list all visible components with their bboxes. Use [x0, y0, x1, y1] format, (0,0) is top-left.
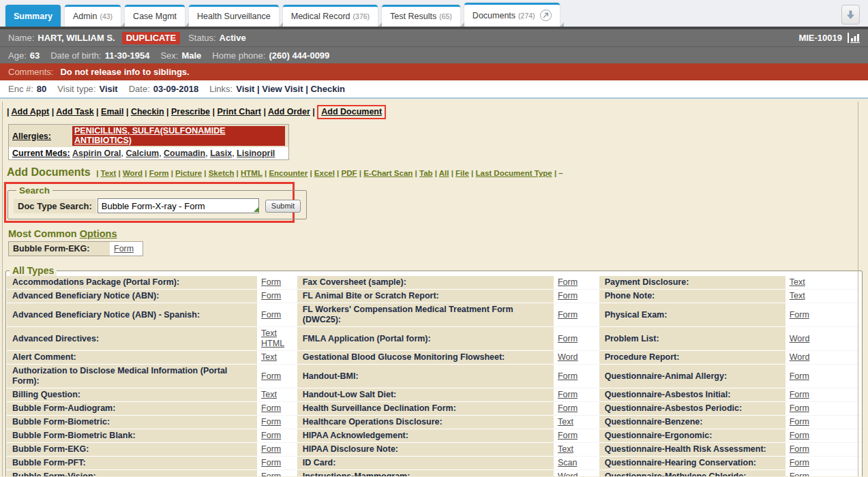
doc-type-link[interactable]: Form — [261, 291, 281, 301]
doc-format-link[interactable]: All — [439, 169, 449, 177]
med-link[interactable]: Coumadin — [164, 149, 205, 158]
doc-type-link[interactable]: Form — [558, 390, 578, 399]
doc-type-link[interactable]: Form — [261, 277, 281, 287]
quick-action-link[interactable]: Add Order — [268, 107, 310, 117]
tab-admin[interactable]: Admin(43) — [65, 5, 121, 27]
doc-type-link[interactable]: Scan — [558, 458, 578, 467]
doc-format-links: | Text | Word | Form | Picture | Sketch … — [96, 169, 563, 177]
allergy-value-link[interactable]: PENICILLINS, SULFA(SULFONAMIDE ANTIBIOTI… — [72, 126, 285, 146]
doc-format-link[interactable]: Sketch — [209, 169, 235, 177]
submit-button[interactable]: Submit — [265, 200, 301, 213]
med-link[interactable]: Lisinopril — [237, 149, 275, 158]
most-common-doc-link[interactable]: Form — [114, 244, 134, 253]
doc-format-link[interactable]: Word — [123, 169, 143, 177]
doc-type-link[interactable]: Text — [558, 417, 573, 427]
quick-action-link[interactable]: Print Chart — [217, 107, 261, 117]
doc-type-link[interactable]: Form — [790, 472, 809, 476]
doc-format-link[interactable]: File — [455, 169, 469, 177]
doc-format-link[interactable]: Picture — [175, 169, 202, 177]
doc-type-label: HIPAA Acknowledgement: — [297, 429, 554, 443]
doc-format-link[interactable]: Encounter — [269, 169, 308, 177]
tab-medical-record[interactable]: Medical Record(376) — [283, 5, 378, 27]
tab-health-surveillance[interactable]: Health Surveillance — [189, 5, 279, 27]
doc-type-link[interactable]: Form — [261, 403, 281, 413]
separator: | — [164, 107, 171, 117]
doc-type-link[interactable]: Text — [261, 390, 277, 399]
bar-chart-icon[interactable] — [848, 33, 860, 43]
doc-type-link[interactable]: Form — [790, 458, 809, 467]
doc-type-link[interactable]: Form — [790, 310, 809, 320]
doc-format-link[interactable]: Excel — [314, 169, 335, 177]
doc-type-link[interactable]: Form — [790, 417, 809, 427]
doc-type-link[interactable]: Form — [558, 371, 578, 381]
doc-format-link[interactable]: PDF — [342, 169, 357, 177]
frame-border-left — [2, 102, 3, 476]
med-link[interactable]: Lasix — [210, 149, 232, 158]
allergies-link[interactable]: Allergies: — [12, 132, 51, 141]
doc-type-link[interactable]: Word — [558, 472, 578, 476]
doc-type-link[interactable]: Word — [558, 352, 578, 362]
tab-test-results[interactable]: Test Results(65) — [382, 5, 460, 27]
doc-type-link[interactable]: Text — [790, 291, 805, 301]
tab-summary[interactable]: Summary — [5, 5, 61, 27]
doc-type-link[interactable]: Word — [790, 334, 810, 343]
doc-type-label: Questionnaire-Benzene: — [599, 416, 785, 429]
doc-type-link[interactable]: Form — [558, 291, 578, 301]
current-meds-link[interactable]: Current Meds: — [12, 149, 70, 158]
allergies-row: Allergies: PENICILLINS, SULFA(SULFONAMID… — [9, 125, 288, 147]
doc-format-link[interactable]: Text — [101, 169, 117, 177]
doc-type-link-cell: Form — [554, 327, 599, 351]
doc-type-link[interactable]: Form — [790, 431, 809, 440]
doc-type-search-input[interactable] — [98, 198, 259, 213]
doc-format-link[interactable]: Last Document Type — [475, 169, 552, 177]
doc-type-link[interactable]: Form — [558, 431, 578, 440]
doc-type-link[interactable]: Form — [261, 472, 281, 476]
separator: | — [210, 107, 217, 117]
doc-type-link[interactable]: Form — [790, 390, 809, 399]
doc-type-link[interactable]: Form — [261, 458, 281, 467]
doc-type-link[interactable]: Form — [558, 277, 578, 287]
doc-type-link[interactable]: Form — [790, 371, 809, 381]
doc-type-link[interactable]: Form — [558, 310, 578, 320]
external-link-icon[interactable] — [540, 10, 552, 21]
doc-type-link[interactable]: Form — [790, 444, 809, 454]
enc-link[interactable]: Checkin — [310, 84, 345, 94]
doc-type-link[interactable]: Text — [558, 444, 573, 454]
doc-type-link[interactable]: Text — [261, 352, 277, 362]
doc-type-link-cell: Form — [257, 470, 297, 477]
doc-type-link[interactable]: Form — [558, 403, 578, 413]
doc-type-link[interactable]: Form — [261, 417, 281, 427]
enc-link[interactable]: Visit — [236, 84, 254, 94]
doc-type-link[interactable]: Form — [790, 403, 809, 413]
quick-action-link[interactable]: Add Appt — [12, 107, 50, 117]
doc-type-link[interactable]: Word — [790, 352, 810, 362]
collapse-section-link[interactable]: – — [558, 169, 563, 177]
scroll-down-button[interactable] — [841, 5, 860, 25]
doc-type-link[interactable]: Form — [261, 431, 281, 440]
doc-format-link[interactable]: Tab — [419, 169, 433, 177]
med-link[interactable]: Calcium — [126, 149, 160, 158]
doc-type-link[interactable]: Form — [261, 444, 281, 454]
doc-type-label: Bubble Form-Biometric Blank: — [7, 429, 257, 443]
doc-type-link[interactable]: Form — [261, 371, 281, 381]
enc-links-label: Links: — [209, 84, 233, 94]
med-link[interactable]: Aspirin Oral — [72, 149, 121, 158]
quick-action-link[interactable]: Add Task — [56, 107, 93, 117]
patient-dob: 11-30-1954 — [105, 50, 150, 61]
doc-type-link[interactable]: Form — [558, 334, 578, 343]
quick-action-link[interactable]: Email — [101, 107, 123, 117]
doc-format-link[interactable]: Form — [149, 169, 169, 177]
enc-link[interactable]: View Visit — [262, 84, 303, 94]
doc-type-link[interactable]: HTML — [261, 339, 284, 348]
quick-action-link[interactable]: Add Document — [321, 107, 382, 117]
doc-format-link[interactable]: E-Chart Scan — [363, 169, 413, 177]
options-link[interactable]: Options — [80, 228, 117, 239]
quick-action-link[interactable]: Prescribe — [171, 107, 210, 117]
doc-format-link[interactable]: HTML — [241, 169, 263, 177]
tab-documents[interactable]: Documents(274) — [464, 3, 560, 27]
doc-type-link[interactable]: Form — [261, 310, 281, 320]
doc-type-link[interactable]: Text — [261, 328, 277, 338]
doc-type-link[interactable]: Text — [790, 277, 805, 287]
tab-case-mgmt[interactable]: Case Mgmt — [125, 5, 185, 27]
quick-action-link[interactable]: Checkin — [131, 107, 164, 117]
